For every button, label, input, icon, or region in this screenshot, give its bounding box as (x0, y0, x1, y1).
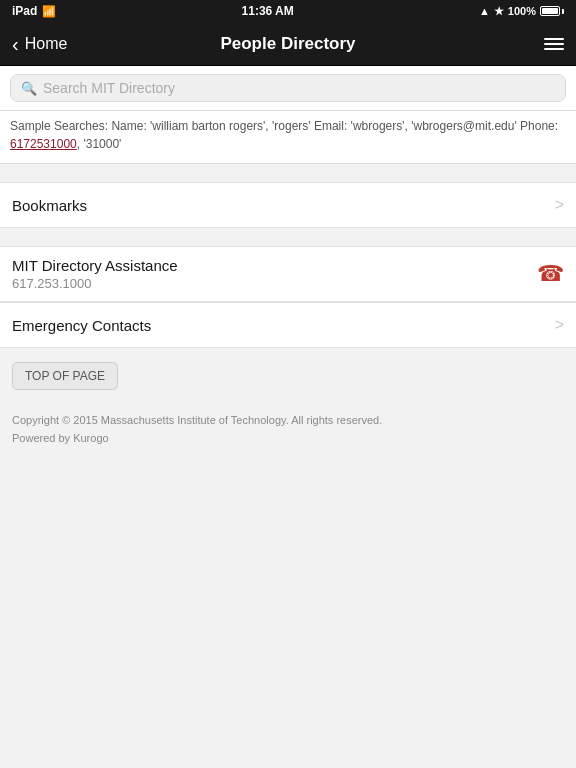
footer: Copyright © 2015 Massachusetts Institute… (0, 404, 576, 467)
back-chevron-icon: ‹ (12, 34, 19, 54)
emergency-contacts-section: Emergency Contacts > (0, 302, 576, 348)
emergency-contacts-item[interactable]: Emergency Contacts > (0, 303, 576, 347)
bookmarks-section: Bookmarks > (0, 182, 576, 228)
hamburger-icon (544, 38, 564, 40)
emergency-chevron-icon: > (555, 316, 564, 334)
menu-button[interactable] (544, 38, 564, 50)
search-box: 🔍 (10, 74, 566, 102)
top-of-page-container: TOP OF PAGE (0, 348, 576, 404)
footer-line2: Powered by Kurogo (12, 430, 564, 448)
search-icon: 🔍 (21, 81, 37, 96)
search-input[interactable] (43, 80, 555, 96)
nav-bar: ‹ Home People Directory (0, 22, 576, 66)
back-button[interactable]: ‹ Home (12, 34, 67, 54)
bookmarks-label: Bookmarks (12, 197, 87, 214)
top-of-page-button[interactable]: TOP OF PAGE (12, 362, 118, 390)
hamburger-icon (544, 48, 564, 50)
status-bar: iPad 📶 11:36 AM ▲ ★ 100% (0, 0, 576, 22)
time-label: 11:36 AM (242, 4, 294, 18)
sample-searches-prefix: Sample Searches: Name: 'william barton r… (10, 119, 558, 133)
bluetooth-icon: ★ (494, 5, 504, 18)
phone-link[interactable]: 6172531000 (10, 137, 77, 151)
bookmarks-chevron-icon: > (555, 196, 564, 214)
hamburger-icon (544, 43, 564, 45)
status-left: iPad 📶 (12, 4, 56, 18)
mit-directory-section: MIT Directory Assistance 617.253.1000 ☎ (0, 246, 576, 302)
status-right: ▲ ★ 100% (479, 5, 564, 18)
carrier-label: iPad (12, 4, 37, 18)
mit-directory-item: MIT Directory Assistance 617.253.1000 ☎ (0, 247, 576, 301)
search-container: 🔍 (0, 66, 576, 111)
battery-icon (540, 6, 564, 16)
phone-icon[interactable]: ☎ (537, 261, 564, 287)
back-label: Home (25, 35, 68, 53)
wifi-icon: 📶 (42, 5, 56, 18)
mit-directory-name: MIT Directory Assistance (12, 257, 178, 274)
mit-directory-phone[interactable]: 617.253.1000 (12, 276, 178, 291)
footer-line1: Copyright © 2015 Massachusetts Institute… (12, 412, 564, 430)
sample-searches-suffix: , '31000' (77, 137, 122, 151)
signal-icon: ▲ (479, 5, 490, 17)
emergency-contacts-label: Emergency Contacts (12, 317, 151, 334)
battery-label: 100% (508, 5, 536, 17)
bookmarks-item[interactable]: Bookmarks > (0, 182, 576, 228)
mit-directory-info: MIT Directory Assistance 617.253.1000 (12, 257, 178, 291)
sample-searches: Sample Searches: Name: 'william barton r… (0, 111, 576, 164)
page-title: People Directory (220, 34, 355, 54)
